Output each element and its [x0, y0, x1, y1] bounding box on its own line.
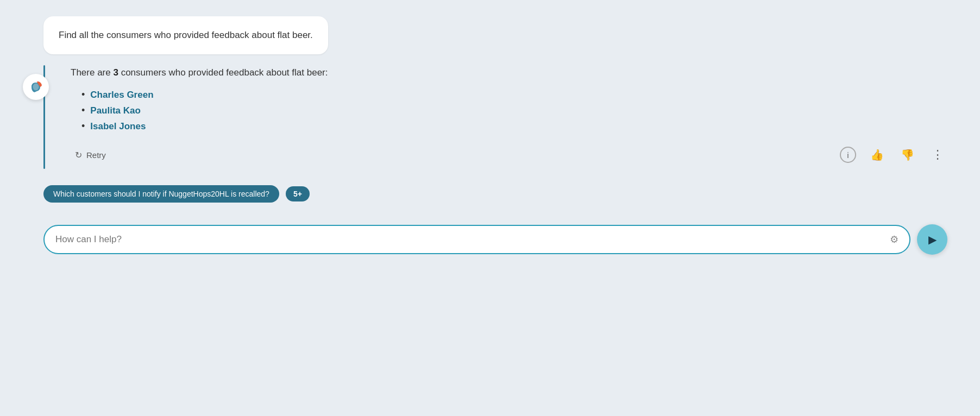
chat-input[interactable] [55, 234, 883, 245]
action-bar: ↻ Retry i 👍 👎 ⋮ [60, 141, 947, 169]
suggestion-chip-0[interactable]: Which customers should I notify if Nugge… [43, 185, 279, 203]
ai-response-content: There are 3 consumers who provided feedb… [60, 65, 947, 133]
thumbs-up-button[interactable]: 👍 [867, 145, 887, 165]
user-message-text: Find all the consumers who provided feed… [59, 30, 313, 40]
send-button[interactable]: ▶ [917, 224, 947, 255]
info-icon: i [847, 150, 849, 160]
main-container: Find all the consumers who provided feed… [0, 0, 980, 416]
filter-button[interactable]: ⚙ [890, 234, 899, 245]
consumer-link-paulita-kao[interactable]: Paulita Kao [90, 105, 141, 116]
retry-icon: ↻ [75, 150, 82, 160]
info-button[interactable]: i [840, 147, 856, 163]
ai-logo-icon [27, 78, 45, 96]
retry-label: Retry [86, 150, 106, 160]
list-item: Isabel Jones [81, 121, 947, 132]
list-item: Paulita Kao [81, 105, 947, 116]
filter-icon: ⚙ [890, 234, 899, 245]
input-area-container: ⚙ ▶ [43, 224, 947, 255]
action-icons-right: i 👍 👎 ⋮ [840, 145, 947, 165]
ai-logo-container [23, 74, 49, 100]
retry-button[interactable]: ↻ Retry [71, 148, 110, 162]
more-suggestions-badge[interactable]: 5+ [286, 186, 310, 201]
send-icon: ▶ [928, 233, 937, 246]
svg-point-1 [33, 83, 39, 90]
more-options-icon: ⋮ [932, 148, 944, 162]
input-wrapper: ⚙ [43, 225, 910, 254]
thumbs-down-button[interactable]: 👎 [897, 145, 917, 165]
list-item: Charles Green [81, 89, 947, 100]
response-intro: There are 3 consumers who provided feedb… [71, 65, 947, 81]
more-options-button[interactable]: ⋮ [928, 145, 947, 165]
suggested-prompts: Which customers should I notify if Nugge… [43, 180, 947, 208]
thumbs-down-icon: 👎 [901, 148, 914, 161]
thumbs-up-icon: 👍 [870, 148, 884, 161]
consumer-link-isabel-jones[interactable]: Isabel Jones [90, 121, 146, 132]
consumer-list: Charles Green Paulita Kao Isabel Jones [71, 89, 947, 132]
ai-response-area: There are 3 consumers who provided feedb… [43, 65, 947, 169]
user-message-bubble: Find all the consumers who provided feed… [43, 16, 328, 54]
consumer-link-charles-green[interactable]: Charles Green [90, 90, 153, 100]
